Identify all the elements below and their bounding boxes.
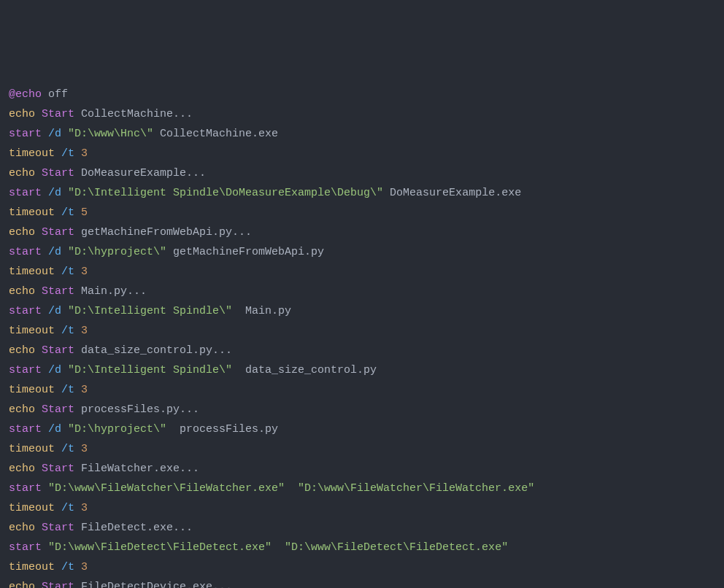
code-token: echo (9, 167, 42, 179)
code-token: Start (42, 581, 81, 588)
code-token: /t (61, 561, 81, 573)
code-token: start (9, 128, 48, 140)
code-line: timeout /t 3 (9, 557, 715, 577)
code-line: timeout /t 3 (9, 321, 715, 341)
code-block: @echo offecho Start CollectMachine...sta… (9, 85, 715, 588)
code-token: "D:\hyproject\" (68, 246, 173, 258)
code-token: getMachineFromWebApi.py (173, 246, 324, 258)
code-token: /d (48, 305, 68, 317)
code-token: start (9, 187, 48, 199)
code-token: start (9, 541, 48, 554)
code-token: "D:\Intelligent Spindle\" (68, 305, 245, 317)
code-line: start /d "D:\hyproject\" processFiles.py (9, 419, 715, 439)
code-token: "D:\hyproject\" (68, 423, 180, 436)
code-line: start /d "D:\Intelligent Spindle\" Main.… (9, 301, 715, 321)
code-line: echo Start getMachineFromWebApi.py... (9, 223, 715, 242)
code-token: getMachineFromWebApi.py... (81, 226, 252, 239)
code-token: timeout (9, 266, 61, 278)
code-token: Start (42, 167, 81, 179)
code-token: data_size_control.py (245, 364, 377, 376)
code-line: echo Start CollectMachine... (9, 104, 715, 124)
code-line: start /d "D:\www\Hnc\" CollectMachine.ex… (9, 124, 715, 144)
code-token: "D:\www\FileWatcher\FileWatcher.exe" (48, 482, 298, 495)
code-token: echo (9, 522, 42, 534)
code-token: start (9, 246, 48, 258)
code-token: /t (61, 206, 81, 219)
code-token: processFiles.py (180, 423, 278, 436)
code-line: echo Start data_size_control.py... (9, 341, 715, 360)
code-token: 3 (81, 384, 88, 396)
code-token: start (9, 482, 48, 495)
code-token: FileDetectDevice.exe... (81, 581, 232, 588)
code-token: Start (42, 108, 81, 120)
code-line: timeout /t 3 (9, 144, 715, 163)
code-token: "D:\Intelligent Spindle\DoMeasureExample… (68, 187, 390, 199)
code-token: start (9, 305, 48, 317)
code-token: @echo (9, 88, 48, 101)
code-line: echo Start processFiles.py... (9, 400, 715, 419)
code-token: timeout (9, 206, 61, 219)
code-line: timeout /t 3 (9, 439, 715, 459)
code-token: CollectMachine... (81, 108, 193, 120)
code-token: echo (9, 344, 42, 357)
code-token: 3 (81, 266, 88, 278)
code-line: timeout /t 5 (9, 203, 715, 223)
code-token: /d (48, 128, 68, 140)
code-token: echo (9, 463, 42, 475)
code-line: start /d "D:\Intelligent Spindle\DoMeasu… (9, 183, 715, 203)
code-line: echo Start FileWatcher.exe... (9, 459, 715, 479)
code-token: /t (61, 502, 81, 514)
code-token: /d (48, 364, 68, 376)
code-token: FileDetect.exe... (81, 522, 193, 534)
code-token: 3 (81, 502, 88, 514)
code-token: /t (61, 384, 81, 396)
code-token: data_size_control.py... (81, 344, 232, 357)
code-token: timeout (9, 325, 61, 337)
code-line: timeout /t 3 (9, 262, 715, 282)
code-token: 3 (81, 561, 88, 573)
code-token: timeout (9, 502, 61, 514)
code-line: @echo off (9, 85, 715, 104)
code-line: start /d "D:\Intelligent Spindle\" data_… (9, 360, 715, 380)
code-token: off (48, 88, 68, 101)
code-token: echo (9, 403, 42, 416)
code-token: timeout (9, 147, 61, 160)
code-line: start "D:\www\FileDetect\FileDetect.exe"… (9, 538, 715, 557)
code-token: FileWatcher.exe... (81, 463, 199, 475)
code-token: timeout (9, 384, 61, 396)
code-token: Start (42, 285, 81, 298)
code-line: timeout /t 3 (9, 380, 715, 400)
code-token: 3 (81, 325, 88, 337)
code-token: "D:\www\FileDetect\FileDetect.exe" (285, 541, 508, 554)
code-token: Start (42, 463, 81, 475)
code-token: DoMeasureExample... (81, 167, 206, 179)
code-token: echo (9, 226, 42, 239)
code-token: echo (9, 285, 42, 298)
code-line: echo Start DoMeasureExample... (9, 163, 715, 183)
code-token: /t (61, 325, 81, 337)
code-line: echo Start FileDetectDevice.exe... (9, 577, 715, 588)
code-token: echo (9, 108, 42, 120)
code-token: timeout (9, 443, 61, 455)
code-token: start (9, 364, 48, 376)
code-token: /t (61, 266, 81, 278)
code-token: "D:\www\Hnc\" (68, 128, 160, 140)
code-token: Main.py... (81, 285, 147, 298)
code-line: echo Start FileDetect.exe... (9, 518, 715, 538)
code-line: start /d "D:\hyproject\" getMachineFromW… (9, 242, 715, 262)
code-line: start "D:\www\FileWatcher\FileWatcher.ex… (9, 479, 715, 498)
code-token: Start (42, 403, 81, 416)
code-line: echo Start Main.py... (9, 282, 715, 301)
code-token: timeout (9, 561, 61, 573)
code-token: /d (48, 246, 68, 258)
code-token: Start (42, 226, 81, 239)
code-token: /t (61, 147, 81, 160)
code-token: "D:\www\FileDetect\FileDetect.exe" (48, 541, 285, 554)
code-token: "D:\Intelligent Spindle\" (68, 364, 245, 376)
code-token: start (9, 423, 48, 436)
code-token: 3 (81, 147, 88, 160)
code-token: "D:\www\FileWatcher\FileWatcher.exe" (298, 482, 534, 495)
code-token: processFiles.py... (81, 403, 199, 416)
code-token: DoMeasureExample.exe (390, 187, 521, 199)
code-token: 5 (81, 206, 88, 219)
